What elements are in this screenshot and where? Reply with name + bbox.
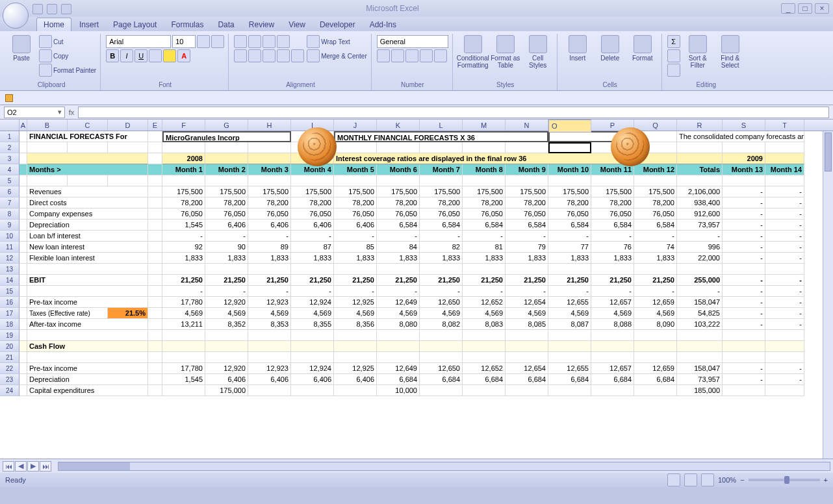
cell[interactable]: Cash Flow — [27, 341, 148, 352]
cell[interactable]: - — [765, 374, 804, 385]
cell[interactable] — [334, 385, 377, 396]
cell[interactable]: Month 2 — [205, 164, 248, 175]
col-header-M[interactable]: M — [463, 120, 506, 131]
fx-button[interactable]: fx — [65, 108, 78, 116]
cell[interactable] — [765, 264, 804, 275]
cell[interactable] — [205, 352, 248, 363]
cell[interactable]: - — [765, 319, 804, 330]
cell[interactable]: 12,652 — [463, 297, 506, 308]
minimize-button[interactable]: _ — [781, 3, 795, 14]
cell[interactable] — [723, 264, 765, 275]
cell[interactable] — [634, 330, 677, 341]
cell[interactable]: 6,406 — [205, 374, 248, 385]
cell[interactable]: Month 10 — [548, 164, 591, 175]
col-header-D[interactable]: D — [108, 120, 148, 131]
cell[interactable] — [19, 374, 27, 385]
inc-decimal-icon[interactable] — [420, 49, 433, 62]
align-center-icon[interactable] — [248, 49, 261, 62]
cell[interactable] — [19, 220, 27, 231]
cell[interactable]: 6,684 — [377, 374, 420, 385]
cell[interactable]: Loan b/f interest — [27, 231, 148, 242]
cell[interactable] — [162, 385, 205, 396]
cell[interactable]: - — [162, 231, 205, 242]
cell[interactable] — [205, 175, 248, 186]
cell[interactable]: - — [765, 253, 804, 264]
col-header-J[interactable]: J — [334, 120, 377, 131]
format-button[interactable]: Format — [628, 35, 658, 62]
cell[interactable]: - — [205, 231, 248, 242]
cell[interactable] — [148, 319, 162, 330]
cell[interactable]: Months > — [27, 164, 148, 175]
cell[interactable]: FINANCIAL FORECASTS For — [27, 131, 148, 142]
format-painter-button[interactable]: Format Painter — [39, 64, 96, 77]
cell[interactable] — [420, 264, 463, 275]
cell[interactable]: - — [291, 286, 334, 297]
last-sheet-button[interactable]: ⏭ — [40, 461, 51, 472]
col-header-G[interactable]: G — [205, 120, 248, 131]
cell[interactable]: 1,833 — [162, 253, 205, 264]
paste-button[interactable]: Paste — [6, 35, 36, 62]
cell[interactable] — [420, 175, 463, 186]
tab-view[interactable]: View — [282, 18, 312, 31]
cell[interactable]: 21,250 — [248, 275, 291, 286]
cell[interactable]: - — [723, 242, 765, 253]
cell[interactable] — [291, 264, 334, 275]
cell[interactable]: - — [548, 231, 591, 242]
cell[interactable]: 76,050 — [248, 208, 291, 220]
cell[interactable] — [148, 253, 162, 264]
tab-page-layout[interactable]: Page Layout — [107, 18, 163, 31]
cell[interactable] — [19, 153, 27, 164]
cell[interactable]: Direct costs — [27, 197, 148, 208]
cell[interactable] — [19, 341, 27, 352]
cell[interactable] — [377, 341, 420, 352]
cell[interactable]: 6,406 — [334, 220, 377, 231]
row-header[interactable]: 4 — [0, 164, 19, 175]
font-color-button[interactable]: A — [177, 49, 190, 62]
cell[interactable]: 6,684 — [634, 374, 677, 385]
cell[interactable] — [248, 341, 291, 352]
cell[interactable]: - — [677, 231, 723, 242]
cell[interactable] — [248, 175, 291, 186]
cell[interactable] — [19, 264, 27, 275]
col-header-B[interactable]: B — [27, 120, 68, 131]
cell[interactable]: 21,250 — [334, 275, 377, 286]
prev-sheet-button[interactable]: ◀ — [15, 461, 27, 472]
cell[interactable] — [162, 352, 205, 363]
cell[interactable]: 85 — [334, 242, 377, 253]
cell[interactable] — [677, 153, 723, 164]
number-format-select[interactable]: General — [377, 35, 448, 48]
shrink-font-icon[interactable] — [211, 35, 224, 48]
cell[interactable]: 78,200 — [634, 197, 677, 208]
cell[interactable] — [765, 142, 804, 153]
cell[interactable] — [19, 175, 27, 186]
cell[interactable]: 21,250 — [463, 275, 506, 286]
cell[interactable]: Pre-tax income — [27, 297, 148, 308]
cell[interactable]: 912,600 — [677, 208, 723, 220]
cell[interactable]: 10,000 — [377, 385, 420, 396]
cell[interactable] — [334, 330, 377, 341]
cell[interactable] — [248, 385, 291, 396]
cell[interactable] — [162, 330, 205, 341]
row-header[interactable]: 10 — [0, 231, 19, 242]
cell[interactable] — [420, 341, 463, 352]
cell[interactable]: 76,050 — [162, 208, 205, 220]
cell[interactable]: - — [723, 297, 765, 308]
cell[interactable]: - — [377, 286, 420, 297]
cell[interactable] — [248, 352, 291, 363]
cell[interactable] — [420, 330, 463, 341]
cell[interactable]: Flexible loan interest — [27, 253, 148, 264]
cell[interactable] — [248, 264, 291, 275]
horizontal-scrollbar[interactable] — [58, 462, 830, 471]
cell[interactable] — [591, 385, 634, 396]
cell[interactable]: - — [723, 220, 765, 231]
cell[interactable]: 78,200 — [291, 197, 334, 208]
cell[interactable]: 1,833 — [377, 253, 420, 264]
cell[interactable]: Month 14 — [765, 164, 804, 175]
col-header-L[interactable]: L — [420, 120, 463, 131]
cell[interactable]: Month 1 — [162, 164, 205, 175]
cut-button[interactable]: Cut — [39, 35, 96, 48]
cell[interactable]: - — [765, 297, 804, 308]
cell[interactable] — [548, 330, 591, 341]
cell-styles-button[interactable]: Cell Styles — [523, 35, 553, 69]
font-family-select[interactable]: Arial — [106, 35, 171, 48]
